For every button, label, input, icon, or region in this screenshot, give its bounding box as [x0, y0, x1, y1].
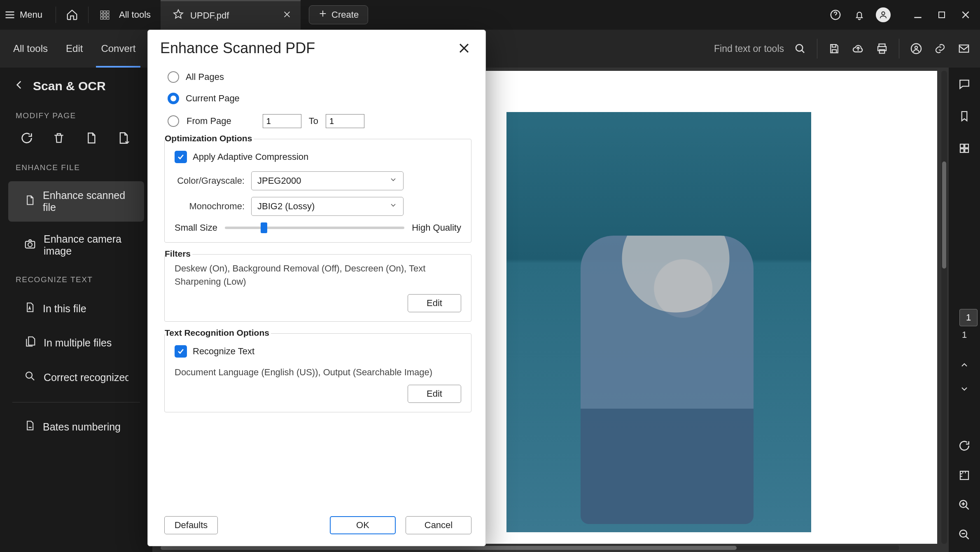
page-total-label: 1	[962, 330, 967, 340]
close-dialog-icon[interactable]	[455, 39, 473, 57]
radio-all-pages[interactable]: All Pages	[168, 71, 471, 83]
zoom-out-icon[interactable]	[955, 526, 973, 544]
radio-icon	[168, 93, 179, 104]
document-icon	[24, 194, 35, 208]
ruler-icon[interactable]	[955, 466, 973, 484]
svg-rect-3	[100, 14, 103, 16]
account-avatar[interactable]	[873, 5, 894, 25]
all-tools-tab[interactable]: All tools	[119, 9, 151, 20]
page-down-icon[interactable]	[955, 380, 973, 398]
quality-slider[interactable]	[225, 227, 404, 229]
slider-thumb[interactable]	[261, 222, 267, 233]
rotate-view-icon[interactable]	[955, 437, 973, 455]
button-label: OK	[356, 520, 369, 531]
filters-description: Deskew (On), Background Removal (Off), D…	[175, 262, 461, 288]
radio-label: All Pages	[186, 72, 224, 82]
page-up-icon[interactable]	[955, 356, 973, 374]
thumbnails-panel-icon[interactable]	[955, 139, 973, 157]
svg-rect-15	[880, 50, 885, 54]
monochrome-label: Monochrome:	[175, 201, 245, 212]
divider	[56, 7, 56, 23]
select-value: JBIG2 (Lossy)	[257, 201, 315, 212]
radio-from-page[interactable]: From Page To	[168, 114, 471, 128]
close-tab-icon[interactable]	[282, 10, 292, 21]
link-icon[interactable]	[928, 37, 952, 61]
sidebar-item-in-multiple-files[interactable]: In multiple files	[8, 327, 144, 358]
sidebar-item-enhance-scanned[interactable]: Enhance scanned file	[8, 181, 144, 222]
defaults-button[interactable]: Defaults	[164, 516, 218, 534]
cancel-button[interactable]: Cancel	[406, 516, 471, 534]
page-number-input[interactable]: 1	[959, 309, 978, 326]
to-label: To	[309, 116, 318, 126]
section-legend: Text Recognition Options	[165, 328, 271, 338]
search-icon[interactable]	[788, 37, 812, 61]
window-minimize-icon[interactable]	[908, 5, 928, 25]
apply-adaptive-compression-checkbox[interactable]: Apply Adaptive Compression	[175, 151, 461, 163]
svg-rect-26	[960, 471, 968, 479]
ok-button[interactable]: OK	[330, 516, 396, 534]
plus-icon	[318, 9, 327, 21]
help-icon[interactable]	[825, 5, 846, 25]
create-button[interactable]: Create	[309, 5, 368, 24]
documents-icon	[24, 335, 36, 350]
comments-panel-icon[interactable]	[955, 75, 973, 93]
sidebar-item-in-this-file[interactable]: In this file	[8, 293, 144, 324]
document-tab[interactable]: UPDF.pdf	[161, 0, 301, 30]
rotate-icon[interactable]	[18, 129, 35, 147]
color-grayscale-label: Color/Grayscale:	[175, 175, 245, 186]
recognize-text-checkbox[interactable]: Recognize Text	[175, 345, 461, 358]
svg-rect-23	[965, 144, 968, 148]
ribbon-tab-convert[interactable]: Convert	[92, 30, 145, 68]
menu-label[interactable]: Menu	[20, 9, 42, 20]
create-label: Create	[331, 9, 359, 20]
save-icon[interactable]	[822, 37, 846, 61]
from-page-input[interactable]	[263, 114, 301, 128]
back-chevron-icon[interactable]	[14, 79, 25, 93]
monochrome-select[interactable]: JBIG2 (Lossy)	[251, 197, 404, 216]
ribbon-tab-edit[interactable]: Edit	[57, 30, 92, 68]
ribbon-tab-all-tools[interactable]: All tools	[4, 30, 57, 68]
cloud-upload-icon[interactable]	[846, 37, 870, 61]
share-people-icon[interactable]	[904, 37, 928, 61]
select-value: JPEG2000	[257, 175, 301, 186]
radio-current-page[interactable]: Current Page	[168, 93, 471, 104]
sidebar-item-enhance-camera[interactable]: Enhance camera image	[8, 225, 144, 265]
svg-rect-2	[107, 11, 109, 13]
item-label: Correct recognized text	[44, 372, 128, 384]
radio-label: Current Page	[186, 93, 240, 104]
button-label: Edit	[427, 298, 442, 309]
window-close-icon[interactable]	[955, 5, 976, 25]
delete-icon[interactable]	[50, 129, 68, 147]
slider-min-label: Small Size	[175, 222, 217, 233]
to-page-input[interactable]	[326, 114, 364, 128]
extract-page-icon[interactable]	[82, 129, 100, 147]
apps-grid-icon[interactable]	[94, 5, 115, 25]
vertical-scrollbar[interactable]	[941, 71, 947, 544]
star-icon[interactable]	[172, 8, 184, 23]
print-icon[interactable]	[870, 37, 894, 61]
window-titlebar: Menu All tools UPDF.pdf Create	[0, 0, 980, 30]
optimization-options-section: Optimization Options Apply Adaptive Comp…	[164, 139, 471, 243]
notifications-icon[interactable]	[849, 5, 870, 25]
item-label: Bates numbering	[43, 421, 121, 433]
sidebar-item-correct-recognized[interactable]: Correct recognized text	[8, 362, 144, 393]
color-grayscale-select[interactable]: JPEG2000	[251, 171, 404, 190]
window-maximize-icon[interactable]	[931, 5, 952, 25]
button-label: Defaults	[175, 520, 208, 531]
hamburger-icon[interactable]	[0, 0, 20, 30]
divider	[817, 39, 817, 58]
mail-icon[interactable]	[952, 37, 976, 61]
page-range-radiogroup: All Pages Current Page From Page To	[168, 71, 471, 128]
text-recognition-edit-button[interactable]: Edit	[408, 385, 461, 403]
tab-label: Edit	[66, 43, 83, 54]
sidebar-item-bates-numbering[interactable]: Bates numbering	[8, 412, 144, 442]
filters-edit-button[interactable]: Edit	[408, 294, 461, 312]
bates-icon	[24, 420, 35, 434]
insert-page-icon[interactable]	[114, 129, 132, 147]
svg-rect-1	[104, 11, 106, 13]
checkbox-label: Recognize Text	[193, 346, 254, 357]
bookmarks-panel-icon[interactable]	[955, 107, 973, 125]
home-icon[interactable]	[62, 5, 82, 25]
search-placeholder[interactable]: Find text or tools	[714, 43, 784, 54]
zoom-in-icon[interactable]	[955, 496, 973, 514]
